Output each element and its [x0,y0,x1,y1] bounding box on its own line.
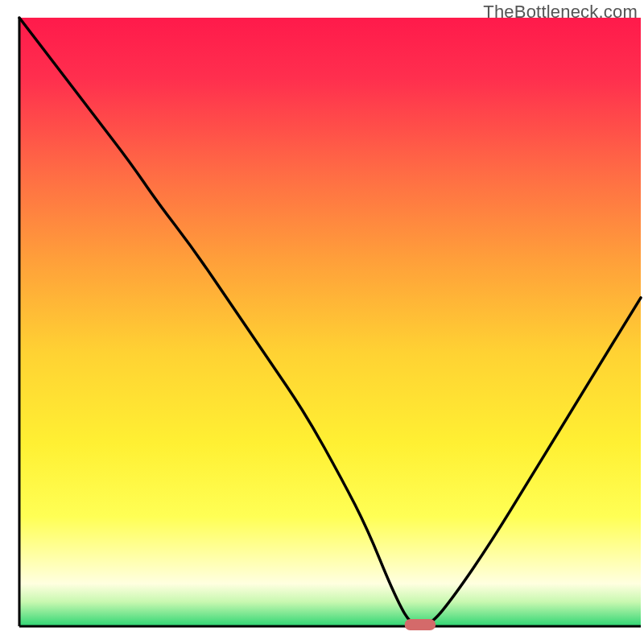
chart-container: TheBottleneck.com [0,0,644,644]
bottleneck-chart [0,0,644,644]
plot-background [19,18,641,626]
watermark-text: TheBottleneck.com [483,2,638,23]
optimal-marker-pill [405,619,436,630]
